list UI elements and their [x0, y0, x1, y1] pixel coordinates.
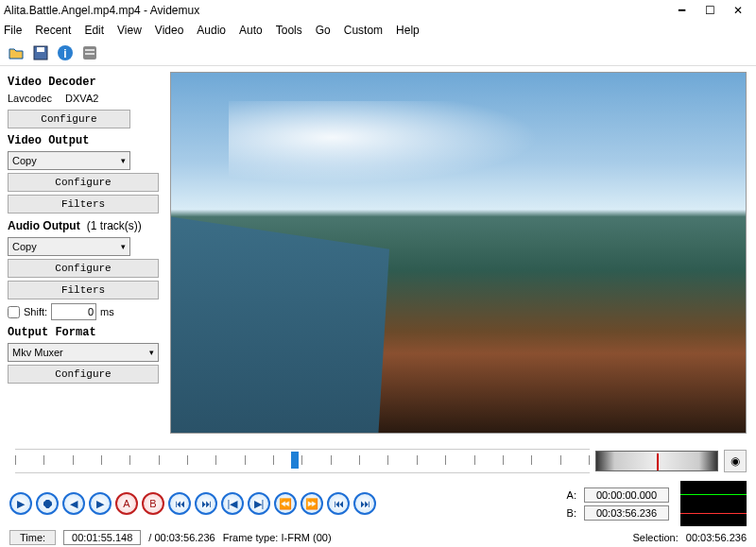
audio-filters-button[interactable]: Filters — [8, 281, 159, 299]
next-keyframe-button[interactable]: ⏭ — [195, 492, 217, 515]
shift-input[interactable]: 0 — [51, 303, 96, 320]
menu-view[interactable]: View — [117, 24, 142, 37]
video-output-select[interactable]: Copy▾ — [8, 151, 130, 170]
timeline-slider[interactable] — [15, 449, 590, 473]
playhead[interactable] — [291, 452, 299, 469]
shift-checkbox[interactable] — [8, 306, 20, 318]
mark-a-label: A: — [567, 489, 576, 501]
chevron-down-icon: ▾ — [149, 348, 154, 357]
prev-black-button[interactable]: ⏪ — [274, 492, 297, 515]
output-format-title: Output Format — [8, 326, 163, 339]
menu-go[interactable]: Go — [316, 24, 331, 37]
window-title: Alita.Battle.Angel.mp4.mp4 - Avidemux — [4, 4, 667, 17]
chevron-down-icon: ▾ — [121, 156, 126, 165]
decoder-configure-button[interactable]: Configure — [8, 110, 130, 128]
menu-edit[interactable]: Edit — [84, 24, 104, 37]
menu-tools[interactable]: Tools — [276, 24, 302, 37]
menu-auto[interactable]: Auto — [239, 24, 263, 37]
time-label: Time: — [9, 530, 56, 545]
next-cut-button[interactable]: ▶| — [248, 492, 270, 515]
video-output-title: Video Output — [8, 134, 163, 147]
mark-a-value: 00:00:00.000 — [584, 487, 669, 503]
stop-button[interactable]: ⯃ — [36, 492, 59, 515]
menu-recent[interactable]: Recent — [35, 24, 71, 37]
decoder-accel: DXVA2 — [65, 93, 98, 104]
shift-unit: ms — [100, 306, 114, 317]
prev-cut-button[interactable]: |◀ — [221, 492, 244, 515]
audio-output-title: Audio Output (1 track(s)) — [8, 219, 163, 233]
svg-rect-5 — [85, 49, 94, 51]
video-preview — [170, 66, 756, 439]
output-configure-button[interactable]: Configure — [8, 365, 159, 384]
play-button[interactable]: ▶ — [9, 492, 32, 515]
menu-custom[interactable]: Custom — [344, 24, 383, 37]
mark-b-label: B: — [567, 507, 576, 519]
mark-a-button[interactable]: A — [115, 492, 138, 515]
audio-configure-button[interactable]: Configure — [8, 259, 159, 278]
jog-wheel[interactable] — [595, 451, 718, 471]
audio-output-select[interactable]: Copy▾ — [8, 237, 130, 256]
first-frame-button[interactable]: ⏮ — [327, 492, 350, 515]
maximize-button[interactable]: ☐ — [696, 1, 724, 20]
svg-rect-1 — [37, 47, 44, 52]
video-frame — [170, 72, 747, 434]
close-button[interactable]: ✕ — [724, 1, 752, 20]
jog-reset-button[interactable]: ◉ — [724, 450, 747, 472]
svg-text:i: i — [63, 47, 66, 60]
menu-file[interactable]: File — [4, 24, 22, 37]
audio-waveform — [680, 481, 747, 526]
prev-keyframe-button[interactable]: ⏮ — [168, 492, 191, 515]
info-icon[interactable]: i — [55, 43, 76, 63]
next-black-button[interactable]: ⏩ — [301, 492, 323, 515]
prev-frame-button[interactable]: ◀ — [62, 492, 85, 515]
chevron-down-icon: ▾ — [121, 242, 126, 251]
menu-audio[interactable]: Audio — [197, 24, 226, 37]
frame-type: Frame type: I-FRM (00) — [223, 532, 332, 543]
sidebar: Video Decoder Lavcodec DXVA2 Configure V… — [0, 66, 170, 439]
menu-help[interactable]: Help — [396, 24, 420, 37]
video-configure-button[interactable]: Configure — [8, 173, 159, 192]
menu-video[interactable]: Video — [155, 24, 183, 37]
selection-label: Selection: — [632, 532, 678, 543]
shift-label: Shift: — [24, 306, 47, 317]
mark-b-value: 00:03:56.236 — [584, 505, 669, 521]
video-decoder-title: Video Decoder — [8, 76, 163, 89]
video-filters-button[interactable]: Filters — [8, 195, 159, 214]
minimize-button[interactable]: ━ — [667, 1, 696, 20]
mark-b-button[interactable]: B — [142, 492, 164, 515]
svg-rect-6 — [85, 53, 94, 55]
last-frame-button[interactable]: ⏭ — [353, 492, 376, 515]
selection-value: 00:03:56.236 — [686, 532, 747, 543]
output-format-select[interactable]: Mkv Muxer▾ — [8, 343, 159, 362]
open-icon[interactable] — [6, 43, 26, 63]
toolbar: i — [0, 40, 756, 66]
save-icon[interactable] — [30, 43, 51, 63]
time-value[interactable]: 00:01:55.148 — [63, 530, 141, 545]
menubar: File Recent Edit View Video Audio Auto T… — [0, 21, 756, 40]
decoder-codec: Lavcodec — [8, 93, 52, 104]
next-frame-button[interactable]: ▶ — [89, 492, 112, 515]
properties-icon[interactable] — [79, 43, 100, 63]
duration-value: / 00:03:56.236 — [148, 532, 215, 543]
